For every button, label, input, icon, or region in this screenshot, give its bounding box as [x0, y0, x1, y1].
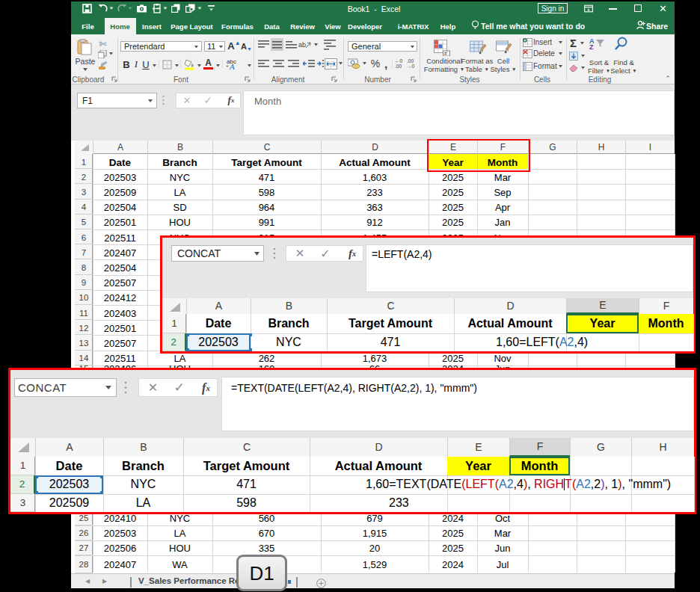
svg-text:.00: .00	[395, 64, 402, 69]
svg-text:→0: →0	[407, 64, 415, 69]
svg-text:Z: Z	[589, 43, 594, 49]
svg-text:ab: ab	[298, 41, 306, 49]
svg-text:.00: .00	[407, 58, 414, 64]
svg-text:←0: ←0	[395, 58, 403, 64]
svg-text:≠: ≠	[444, 51, 447, 56]
svg-text:A: A	[229, 62, 235, 70]
